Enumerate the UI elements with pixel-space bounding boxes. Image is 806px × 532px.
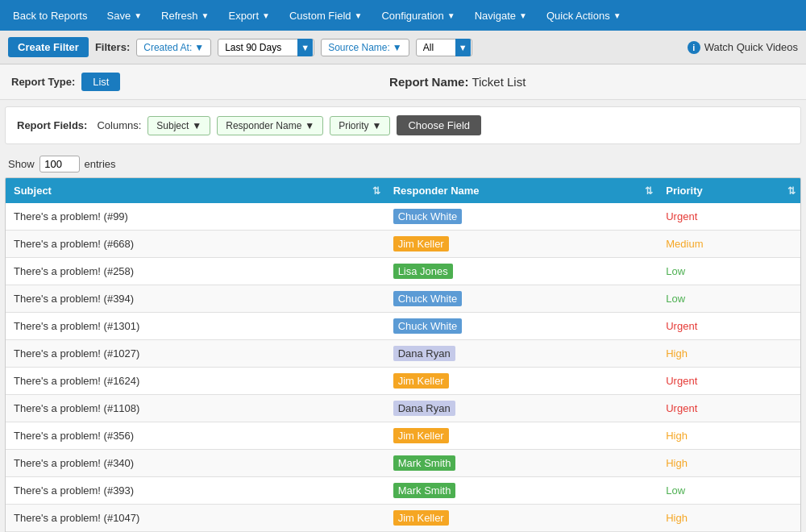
- save-nav[interactable]: Save ▼: [98, 0, 152, 31]
- report-fields-bar: Report Fields: Columns: Subject ▼ Respon…: [5, 106, 801, 144]
- table-row: There's a problem! (#1108)Dana RyanUrgen…: [6, 395, 800, 422]
- data-table: Subject ⇅ Responder Name ⇅ Priority ⇅ Th…: [6, 178, 800, 532]
- table-row: There's a problem! (#394)Chuck WhiteLow: [6, 285, 800, 313]
- responder-cell: Dana Ryan: [385, 395, 659, 422]
- subject-field-arrow-icon: ▼: [192, 120, 202, 131]
- filter-bar: Create Filter Filters: Created At: ▼ Las…: [0, 31, 806, 64]
- table-row: There's a problem! (#258)Lisa JonesLow: [6, 258, 800, 285]
- report-fields-label: Report Fields:: [17, 119, 87, 131]
- subject-cell: There's a problem! (#1301): [6, 313, 385, 340]
- priority-cell: Urgent: [658, 395, 800, 422]
- priority-field-button[interactable]: Priority ▼: [330, 116, 390, 135]
- subject-cell: There's a problem! (#1027): [6, 340, 385, 368]
- responder-col-header[interactable]: Responder Name ⇅: [385, 178, 659, 203]
- report-name: Report Name: Ticket List: [389, 75, 526, 89]
- responder-name-arrow-icon: ▼: [305, 120, 314, 131]
- table-row: There's a problem! (#668)Jim KellerMediu…: [6, 231, 800, 258]
- refresh-label: Refresh: [161, 10, 198, 22]
- created-at-dropdown[interactable]: Created At: ▼: [136, 39, 211, 56]
- source-name-dropdown[interactable]: Source Name: ▼: [321, 39, 409, 56]
- entries-label: entries: [85, 158, 116, 170]
- save-arrow-icon: ▼: [134, 11, 142, 20]
- created-at-arrow-icon: ▼: [194, 42, 204, 53]
- export-nav[interactable]: Export ▼: [218, 0, 279, 31]
- table-row: There's a problem! (#99)Chuck WhiteUrgen…: [6, 203, 800, 231]
- report-type-label: Report Type:: [11, 76, 75, 88]
- responder-cell: Jim Keller: [385, 505, 659, 532]
- refresh-arrow-icon: ▼: [202, 11, 210, 20]
- filters-label: Filters:: [95, 41, 130, 53]
- export-arrow-icon: ▼: [262, 11, 270, 20]
- responder-cell: Chuck White: [385, 313, 659, 340]
- subject-cell: There's a problem! (#1624): [6, 368, 385, 395]
- subject-cell: There's a problem! (#394): [6, 285, 385, 313]
- date-range-select[interactable]: Last 90 Days: [218, 39, 314, 56]
- responder-name-field-button[interactable]: Responder Name ▼: [217, 116, 323, 135]
- configuration-nav[interactable]: Configuration ▼: [372, 0, 464, 31]
- priority-field-label: Priority: [339, 120, 368, 131]
- report-name-value: Ticket List: [472, 75, 526, 89]
- responder-cell: Lisa Jones: [385, 258, 659, 285]
- responder-cell: Jim Keller: [385, 368, 659, 395]
- quick-actions-label: Quick Actions: [546, 10, 610, 22]
- priority-cell: Urgent: [658, 313, 800, 340]
- subject-cell: There's a problem! (#99): [6, 203, 385, 231]
- subject-field-button[interactable]: Subject ▼: [147, 116, 210, 135]
- navigate-nav[interactable]: Navigate ▼: [465, 0, 537, 31]
- back-to-reports-nav[interactable]: Back to Reports: [3, 0, 98, 31]
- subject-cell: There's a problem! (#340): [6, 450, 385, 477]
- subject-col-header[interactable]: Subject ⇅: [6, 178, 385, 203]
- table-header-row: Subject ⇅ Responder Name ⇅ Priority ⇅: [6, 178, 800, 203]
- list-type-button[interactable]: List: [81, 73, 120, 91]
- table-row: There's a problem! (#1624)Jim KellerUrge…: [6, 368, 800, 395]
- data-table-wrap: Subject ⇅ Responder Name ⇅ Priority ⇅ Th…: [5, 177, 801, 532]
- responder-cell: Jim Keller: [385, 231, 659, 258]
- back-to-reports-label: Back to Reports: [13, 10, 88, 22]
- entries-input[interactable]: [39, 156, 80, 172]
- columns-label: Columns:: [97, 119, 141, 131]
- responder-cell: Chuck White: [385, 203, 659, 231]
- responder-name-field-label: Responder Name: [226, 120, 301, 131]
- create-filter-button[interactable]: Create Filter: [8, 37, 89, 57]
- configuration-arrow-icon: ▼: [447, 11, 455, 20]
- responder-cell: Dana Ryan: [385, 340, 659, 368]
- priority-arrow-icon: ▼: [372, 120, 382, 131]
- priority-cell: Low: [658, 477, 800, 505]
- choose-field-button[interactable]: Choose Field: [397, 115, 481, 135]
- configuration-label: Configuration: [381, 10, 443, 22]
- subject-sort-icon: ⇅: [372, 185, 380, 197]
- watch-videos-section: i Watch Quick Videos: [688, 41, 798, 54]
- responder-cell: Jim Keller: [385, 422, 659, 450]
- save-label: Save: [107, 10, 131, 22]
- source-name-label: Source Name:: [328, 42, 390, 53]
- priority-sort-icon: ⇅: [787, 185, 796, 197]
- report-name-prefix: Report Name:: [389, 75, 468, 89]
- table-row: There's a problem! (#1301)Chuck WhiteUrg…: [6, 313, 800, 340]
- export-label: Export: [228, 10, 259, 22]
- table-row: There's a problem! (#393)Mark SmithLow: [6, 477, 800, 505]
- custom-field-nav[interactable]: Custom Field ▼: [280, 0, 372, 31]
- priority-cell: Medium: [658, 231, 800, 258]
- table-row: There's a problem! (#1047)Jim KellerHigh: [6, 505, 800, 532]
- quick-actions-arrow-icon: ▼: [613, 11, 621, 20]
- table-body: There's a problem! (#99)Chuck WhiteUrgen…: [6, 203, 800, 532]
- refresh-nav[interactable]: Refresh ▼: [152, 0, 218, 31]
- navigate-label: Navigate: [475, 10, 516, 22]
- subject-cell: There's a problem! (#356): [6, 422, 385, 450]
- responder-cell: Mark Smith: [385, 477, 659, 505]
- priority-col-header[interactable]: Priority ⇅: [658, 178, 800, 203]
- responder-cell: Mark Smith: [385, 450, 659, 477]
- show-entries-bar: Show entries: [0, 151, 806, 177]
- top-nav: Back to Reports Save ▼ Refresh ▼ Export …: [0, 0, 806, 31]
- responder-sort-icon: ⇅: [645, 185, 653, 197]
- custom-field-arrow-icon: ▼: [355, 11, 363, 20]
- navigate-arrow-icon: ▼: [519, 11, 527, 20]
- source-value-wrap: All ▼: [416, 39, 472, 56]
- priority-cell: Urgent: [658, 368, 800, 395]
- subject-cell: There's a problem! (#668): [6, 231, 385, 258]
- priority-cell: High: [658, 450, 800, 477]
- quick-actions-nav[interactable]: Quick Actions ▼: [537, 0, 631, 31]
- watch-videos-label[interactable]: Watch Quick Videos: [704, 41, 798, 53]
- source-value-select[interactable]: All: [416, 39, 472, 56]
- priority-cell: Low: [658, 285, 800, 313]
